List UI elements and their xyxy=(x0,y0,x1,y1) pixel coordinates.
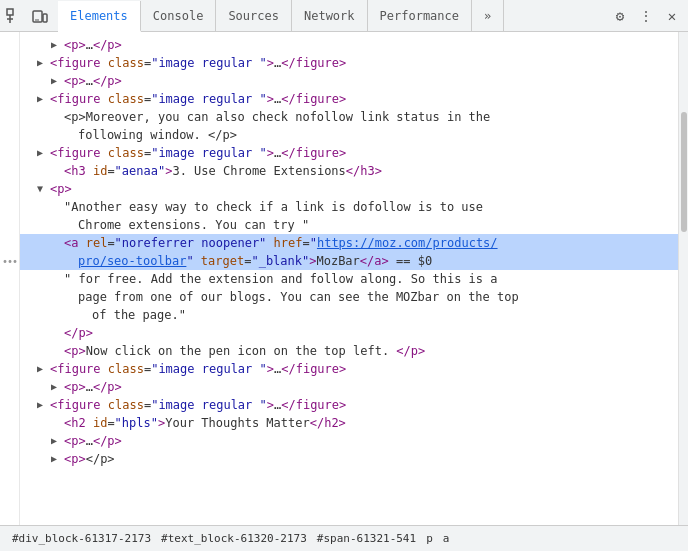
tab-console[interactable]: Console xyxy=(141,0,217,31)
line-content: <figure class="image regular ">…</figure… xyxy=(46,90,674,108)
line-content: "Another easy way to check if a link is … xyxy=(60,198,674,216)
tree-triangle[interactable] xyxy=(34,90,46,108)
devtools-actions: ⚙ ⋮ ✕ xyxy=(608,4,684,28)
tree-triangle[interactable] xyxy=(34,54,46,72)
line-content: " for free. Add the extension and follow… xyxy=(60,270,674,288)
html-line[interactable]: <figure class="image regular ">…</figure… xyxy=(20,360,678,378)
breadcrumb-bar: #div_block-61317-2173 #text_block-61320-… xyxy=(0,525,688,551)
tree-triangle[interactable] xyxy=(34,144,46,162)
html-line[interactable]: <p>Moreover, you can also check nofollow… xyxy=(20,108,678,126)
breadcrumb-text-block[interactable]: #text_block-61320-2173 xyxy=(157,530,311,547)
html-line[interactable]: <p>Now click on the pen icon on the top … xyxy=(20,342,678,360)
settings-button[interactable]: ⚙ xyxy=(608,4,632,28)
line-content: <figure class="image regular ">…</figure… xyxy=(46,360,674,378)
left-gutter: ••• xyxy=(0,32,20,525)
line-content: <figure class="image regular ">…</figure… xyxy=(46,144,674,162)
line-content: <figure class="image regular ">…</figure… xyxy=(46,396,674,414)
tree-triangle[interactable] xyxy=(34,360,46,378)
line-content: <p>…</p> xyxy=(60,72,674,90)
tab-elements[interactable]: Elements xyxy=(58,1,141,32)
tree-triangle[interactable] xyxy=(48,450,60,468)
line-content: pro/seo-toolbar" target="_blank">MozBar<… xyxy=(74,252,674,270)
line-content: page from one of our blogs. You can see … xyxy=(74,288,674,306)
html-line[interactable]: following window. </p> xyxy=(20,126,678,144)
line-content: Chrome extensions. You can try " xyxy=(74,216,674,234)
line-content: <p>Moreover, you can also check nofollow… xyxy=(60,108,674,126)
html-line[interactable]: pro/seo-toolbar" target="_blank">MozBar<… xyxy=(20,252,678,270)
line-content: <p>…</p> xyxy=(60,378,674,396)
inspect-element-button[interactable] xyxy=(4,6,24,26)
tab-more[interactable]: » xyxy=(472,0,504,31)
tree-triangle[interactable] xyxy=(34,180,46,198)
html-line[interactable]: <figure class="image regular ">…</figure… xyxy=(20,144,678,162)
html-line[interactable]: <figure class="image regular ">…</figure… xyxy=(20,54,678,72)
html-line[interactable]: <figure class="image regular ">…</figure… xyxy=(20,396,678,414)
line-content: following window. </p> xyxy=(74,126,674,144)
html-line[interactable]: " for free. Add the extension and follow… xyxy=(20,270,678,288)
html-line[interactable]: of the page." xyxy=(20,306,678,324)
scrollbar[interactable] xyxy=(678,32,688,525)
html-line[interactable]: <p>…</p> xyxy=(20,36,678,54)
breadcrumb-span[interactable]: #span-61321-541 xyxy=(313,530,420,547)
tree-triangle[interactable] xyxy=(48,432,60,450)
line-content: <figure class="image regular ">…</figure… xyxy=(46,54,674,72)
line-content: <h3 id="aenaa">3. Use Chrome Extensions<… xyxy=(60,162,674,180)
html-line[interactable]: <figure class="image regular ">…</figure… xyxy=(20,90,678,108)
line-content: <p>…</p> xyxy=(60,432,674,450)
line-content: <p> xyxy=(46,180,674,198)
gutter-dots: ••• xyxy=(2,256,17,267)
tab-performance[interactable]: Performance xyxy=(368,0,472,31)
html-line[interactable]: <h3 id="aenaa">3. Use Chrome Extensions<… xyxy=(20,162,678,180)
html-line[interactable]: <p>…</p> xyxy=(20,432,678,450)
tree-triangle[interactable] xyxy=(34,396,46,414)
tab-bar: Elements Console Sources Network Perform… xyxy=(0,0,688,32)
devtools-icons xyxy=(4,6,50,26)
more-options-button[interactable]: ⋮ xyxy=(634,4,658,28)
line-content: <p>…</p> xyxy=(60,36,674,54)
html-line[interactable]: <h2 id="hpls">Your Thoughts Matter</h2> xyxy=(20,414,678,432)
panel-wrapper: <p>…</p><figure class="image regular ">…… xyxy=(20,32,688,525)
tree-triangle[interactable] xyxy=(48,36,60,54)
close-button[interactable]: ✕ xyxy=(660,4,684,28)
html-line[interactable]: <p>…</p> xyxy=(20,378,678,396)
line-content: <h2 id="hpls">Your Thoughts Matter</h2> xyxy=(60,414,674,432)
tab-network[interactable]: Network xyxy=(292,0,368,31)
html-line[interactable]: Chrome extensions. You can try " xyxy=(20,216,678,234)
html-line[interactable]: page from one of our blogs. You can see … xyxy=(20,288,678,306)
line-content: <p></p> xyxy=(60,450,674,468)
html-line[interactable]: <p> xyxy=(20,180,678,198)
tree-triangle[interactable] xyxy=(48,378,60,396)
html-line[interactable]: </p> xyxy=(20,324,678,342)
line-content: of the page." xyxy=(88,306,674,324)
device-toggle-button[interactable] xyxy=(30,6,50,26)
line-content: </p> xyxy=(60,324,674,342)
svg-rect-4 xyxy=(43,14,47,22)
main-area: ••• <p>…</p><figure class="image regular… xyxy=(0,32,688,525)
html-line[interactable]: <a rel="noreferrer noopener" href="https… xyxy=(20,234,678,252)
tab-sources[interactable]: Sources xyxy=(216,0,292,31)
breadcrumb-p[interactable]: p xyxy=(422,530,437,547)
html-line[interactable]: <p></p> xyxy=(20,450,678,468)
html-line[interactable]: <p>…</p> xyxy=(20,72,678,90)
elements-panel[interactable]: <p>…</p><figure class="image regular ">…… xyxy=(20,32,678,525)
breadcrumb-a[interactable]: a xyxy=(439,530,454,547)
tree-triangle[interactable] xyxy=(48,72,60,90)
scrollbar-thumb[interactable] xyxy=(681,112,687,232)
svg-rect-0 xyxy=(7,9,13,15)
line-content: <p>Now click on the pen icon on the top … xyxy=(60,342,674,360)
html-line[interactable]: "Another easy way to check if a link is … xyxy=(20,198,678,216)
main-tabs: Elements Console Sources Network Perform… xyxy=(58,0,504,31)
line-content: <a rel="noreferrer noopener" href="https… xyxy=(60,234,674,252)
breadcrumb-div-block[interactable]: #div_block-61317-2173 xyxy=(8,530,155,547)
